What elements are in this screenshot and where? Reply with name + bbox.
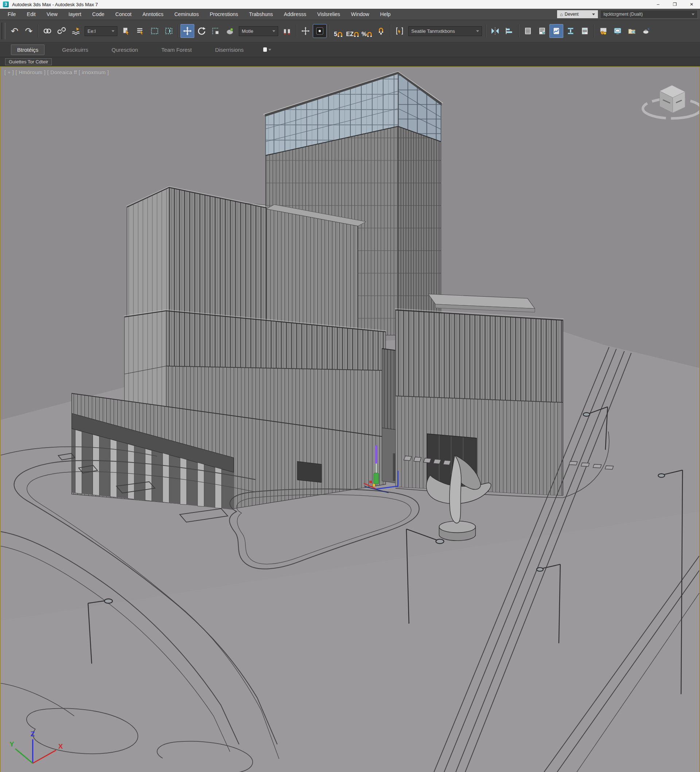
scene-explorer-button[interactable] [535,24,549,38]
spinner-magnet-icon [376,26,386,36]
scene-3d: Z Y X [1,67,699,772]
ribbon-tab-btroteics[interactable]: Btrotéiçs [11,44,44,55]
mirror-icon [491,26,500,36]
main-toolbar: ↶ ↷ Ee:l Motle [0,20,700,42]
maximize-button[interactable]: ❐ [666,0,683,9]
window-crossing-icon [164,26,173,36]
keyboard-shortcut-override-button[interactable] [313,24,327,38]
ribbon-tab-diserrisions[interactable]: Diserrisions [209,45,249,55]
use-pivot-point-button[interactable] [280,24,294,38]
named-selection-sets-dropdown[interactable]: Seatile Tanmxtkbons [408,26,482,36]
close-button[interactable]: ✕ [683,0,700,9]
menu-iayert[interactable]: Iayert [63,9,87,20]
menu-ceminutos[interactable]: Ceminutos [169,9,204,20]
menu-help[interactable]: Help [375,9,396,20]
viewport-label[interactable]: [ + ] [ Hmóroum ] [ Doreaica ff [ irnoxm… [4,70,109,75]
ribbon-display-toggle-button[interactable] [261,46,273,53]
material-editor-button[interactable] [578,24,592,38]
edit-named-selection-sets-button[interactable] [393,24,407,38]
viewport[interactable]: [ + ] [ Hmóroum ] [ Doreaica ff [ irnoxm… [0,66,700,772]
menu-concot[interactable]: Concot [110,9,137,20]
place-pivot-icon [225,26,235,36]
workspace-selector[interactable]: ⌂ Devent [557,10,598,18]
layer-manager-button[interactable] [521,24,535,38]
magnet-icon [354,32,359,38]
ribbon-tab-bar: Btrotéiçs Gesckuirrs Quresction Team For… [0,42,700,57]
mirror-button[interactable] [488,24,502,38]
caret-down-icon [268,49,271,51]
ribbon-tab-team-forest[interactable]: Team Forest [156,45,198,55]
redo-button[interactable]: ↷ [22,24,36,38]
menu-window[interactable]: Window [346,9,375,20]
align-button[interactable] [502,24,516,38]
schematic-view-button[interactable] [564,24,577,38]
select-and-place-button[interactable] [223,24,237,38]
window-crossing-toggle-button[interactable] [162,24,176,38]
toolbar-separator [178,25,178,38]
snaps-toggle-button[interactable]: 5 [331,24,345,38]
curve-editor-button[interactable] [550,24,563,38]
layer-list-icon [523,26,533,36]
bind-to-space-warp-button[interactable] [69,24,83,38]
magnet-icon [367,32,372,38]
render-iterative-button[interactable] [639,24,653,38]
menu-edit[interactable]: Edit [21,9,41,20]
select-and-scale-button[interactable] [209,24,223,38]
menu-procrestions[interactable]: Procrestions [204,9,244,20]
menu-vislsrelies[interactable]: Vislsrelies [312,9,346,20]
render-setup-button[interactable] [597,24,610,38]
align-icon [505,26,514,36]
magnet-icon [337,32,343,38]
ribbon-tab-gesckuirrs[interactable]: Gesckuirrs [56,45,94,55]
window-controls: – ❐ ✕ [650,0,700,9]
curve-editor-icon [552,26,561,36]
select-and-rotate-button[interactable] [195,24,209,38]
select-cursor-icon [121,26,131,36]
minimize-button[interactable]: – [650,0,666,9]
select-and-link-button[interactable] [41,24,54,38]
percent-snap-toggle-button[interactable]: % [360,24,374,38]
select-by-name-button[interactable] [133,24,147,38]
menu-view[interactable]: View [41,9,63,20]
menu-bar: File Edit View Iayert Code Concot Anntot… [0,9,700,20]
menu-code[interactable]: Code [87,9,110,20]
rendered-frame-icon [613,26,622,36]
menu-file[interactable]: File [2,9,21,20]
render-preset-selector[interactable]: Iqcktcrgment (Dualt) [600,10,698,19]
list-cursor-icon [136,26,145,36]
render-preset-value: Iqcktcrgment (Dualt) [604,11,643,17]
unlink-selection-button[interactable] [55,24,69,38]
menu-anntotics[interactable]: Anntotics [137,9,169,20]
move-icon [183,26,192,36]
caret-down-icon [476,30,479,32]
render-production-button[interactable] [625,24,639,38]
caret-down-icon [111,30,114,32]
menu-trabshuns[interactable]: Trabshuns [244,9,278,20]
selection-filter-dropdown[interactable]: Ee:l [85,26,118,36]
ribbon-panel-button[interactable]: Guiettes Tor Cdteir [5,58,52,65]
material-editor-icon [580,26,590,36]
rectangular-selection-region-button[interactable] [148,24,162,38]
menu-addiresss[interactable]: Addiresss [278,9,312,20]
rotate-icon [197,26,206,36]
axis-y-label: Y [10,740,14,748]
select-and-move-button[interactable] [180,24,194,38]
select-object-button[interactable] [119,24,133,38]
angle-snap-toggle-button[interactable]: EZ [346,24,360,38]
reference-coordinate-dropdown[interactable]: Motle [239,26,278,36]
named-sets-value: Seatile Tanmxtkbons [411,28,455,34]
angle-snap-label: EZ [346,31,353,38]
toolbar-separator [296,25,296,38]
toolbar-separator [486,25,486,38]
select-and-manipulate-button[interactable] [299,24,312,38]
render-setup-icon [599,26,608,36]
ribbon-tab-quresction[interactable]: Quresction [106,45,144,55]
undo-button[interactable]: ↶ [8,24,21,38]
dashed-rect-icon [150,26,159,36]
scale-icon [211,26,221,36]
spinner-snap-toggle-button[interactable] [374,24,388,38]
window-title: Autodesk 3ds Max - Autodesk 3ds Max 7 [12,2,98,7]
toolbar-grip-handle[interactable] [2,23,5,39]
toolbar-separator [594,25,594,38]
rendered-frame-window-button[interactable] [611,24,625,38]
